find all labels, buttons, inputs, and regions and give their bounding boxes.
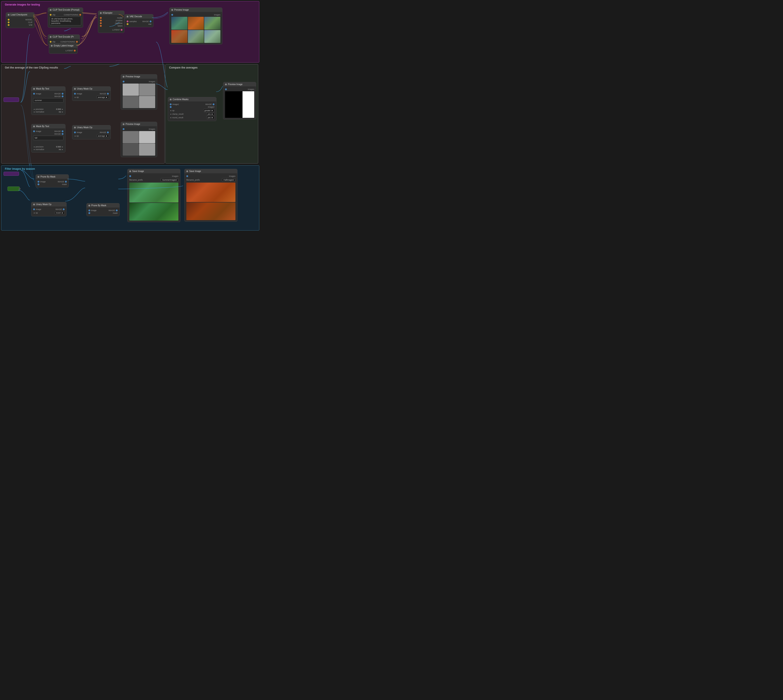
- port-pavg2-in: [123, 128, 125, 130]
- port-cm-img2-in: [170, 106, 172, 108]
- port-model-in: [100, 17, 102, 19]
- region-generate: Generate images for testing Load Checkpo…: [1, 1, 259, 63]
- port-pcomp-in: [225, 88, 227, 90]
- region-filter-title: Filter images by season: [3, 167, 37, 171]
- region-compare-title: Compare the averages: [167, 65, 199, 70]
- port-umo1-in: [74, 93, 76, 95]
- port-umi-in: [33, 208, 35, 210]
- port-pbm2-mask-in: [88, 212, 90, 214]
- port-pbm2-img-in: [88, 210, 90, 211]
- save-image2-node: Save Image images filename_prefix FallIm…: [184, 169, 237, 222]
- clip-text-encode1-header: CLIP Text Encode (Prompt): [48, 8, 83, 12]
- port-vae-decode-in: [127, 23, 128, 25]
- combine-masks-node: Combine Masks image1 IMAGE image2 ◄ op: [168, 97, 217, 121]
- vae-decode-node: VAE Decode samples IMAGE vae: [125, 14, 153, 27]
- region-filter: Filter images by season Prune By Mask im…: [1, 165, 259, 230]
- unary-mask-op2-node: Unary Mask Op image IMAGE ◄ op average ►: [72, 125, 111, 140]
- port-mbt1-img-in: [33, 93, 35, 95]
- load-checkpoint-node: Load Checkpoint MODEL CLIP VAE: [6, 12, 35, 28]
- summer-label[interactable]: summer: [33, 98, 63, 103]
- ksampler-node: KSampler model positive negative latent: [98, 11, 125, 33]
- preview-generate-header: Preview Image: [170, 8, 222, 12]
- port-pbm1-img-in: [38, 181, 39, 183]
- port-umi-out: [63, 208, 65, 210]
- port-clip-out: [8, 22, 10, 23]
- port-pos-in: [100, 20, 102, 22]
- mask-by-text2-node: Mask By Text image IMAGE IMAGE fall: [31, 124, 65, 153]
- preview-avg1-node: Preview Image images: [121, 74, 157, 110]
- region-generate-title: Generate images for testing: [3, 2, 42, 7]
- port-images-preview-in: [171, 14, 173, 16]
- port-cond-out: [79, 14, 81, 16]
- port-neg-in: [100, 22, 102, 24]
- port-vae-out: [8, 24, 10, 26]
- port-umo2-in: [74, 132, 76, 133]
- port-mbt1-img-out: [62, 93, 63, 95]
- prune-by-mask2-node: Prune By Mask image IMAGE mask: [87, 203, 120, 216]
- port-si2-in: [187, 175, 188, 177]
- port-cm-out: [213, 103, 215, 105]
- port-green-out: [19, 188, 20, 190]
- port-mbt2-img2-out: [62, 133, 63, 135]
- port-cm-img1-in: [170, 103, 172, 105]
- mask-by-text1-node: Mask By Text image IMAGE IMAGE summer: [31, 87, 65, 115]
- filter-green-node: [8, 187, 20, 191]
- port-latent-ks-out: [121, 29, 122, 31]
- port-model-out: [8, 19, 10, 20]
- load-checkpoint-header: Load Checkpoint: [6, 13, 34, 17]
- port-latent-out: [74, 50, 76, 52]
- connector-node1: [3, 97, 19, 102]
- clip-text-encode1-node: CLIP Text Encode (Prompt) clip CONDITION…: [48, 8, 83, 28]
- port-image-vae-out: [150, 20, 152, 22]
- prompt-text[interactable]: 4k uhd landscape photo, beautiful, breat…: [50, 17, 81, 25]
- port-umo2-out: [107, 132, 109, 133]
- port-samples-in: [127, 20, 128, 22]
- unary-mask-op1-node: Unary Mask Op image IMAGE ◄ op average ►: [72, 87, 111, 101]
- port-mbt2-img-in: [33, 130, 35, 132]
- port-latent-in: [100, 25, 102, 27]
- fall-label[interactable]: fall: [33, 136, 63, 140]
- port-umo1-out: [107, 93, 109, 95]
- prune-by-mask1-node: Prune By Mask image IMAGE mask: [36, 174, 69, 187]
- port-clip2-in: [50, 41, 52, 43]
- region-compare: Compare the averages Combine Masks image…: [165, 64, 258, 163]
- preview-generate-node: Preview Image images: [169, 8, 222, 45]
- port-pbm1-mask-in: [38, 183, 39, 185]
- port-mbt1-img2-out: [62, 95, 63, 97]
- port-clip-in: [50, 14, 52, 16]
- filter-connector1: [3, 172, 19, 176]
- empty-latent-node: Empty Latent Image LATENT: [49, 43, 78, 54]
- port-si1-in: [129, 175, 131, 177]
- preview-compare-node: Preview Image images: [223, 82, 256, 119]
- save-image1-node: Save Image images filename_prefix Summer…: [127, 169, 180, 222]
- port-pbm2-out: [116, 210, 118, 211]
- ksampler-header: KSampler: [98, 11, 124, 15]
- region-average: Get the average of the raw ClipSeg resul…: [1, 64, 165, 163]
- empty-latent-header: Empty Latent Image: [49, 43, 77, 48]
- port-mbt2-img-out: [62, 130, 63, 132]
- region-average-title: Get the average of the raw ClipSeg resul…: [3, 65, 60, 70]
- port-pavg1-in: [123, 81, 125, 82]
- port-pbm1-out: [65, 181, 67, 183]
- clip-text-encode2-header: CLIP Text Encode (Pr: [48, 35, 80, 39]
- unary-mask-invert-node: Unary Mask Op image IMAGE ◄ op invert ►: [31, 202, 67, 217]
- preview-avg2-node: Preview Image images: [121, 122, 157, 157]
- vae-decode-header: VAE Decode: [125, 14, 153, 18]
- port-cond2-out: [76, 41, 78, 43]
